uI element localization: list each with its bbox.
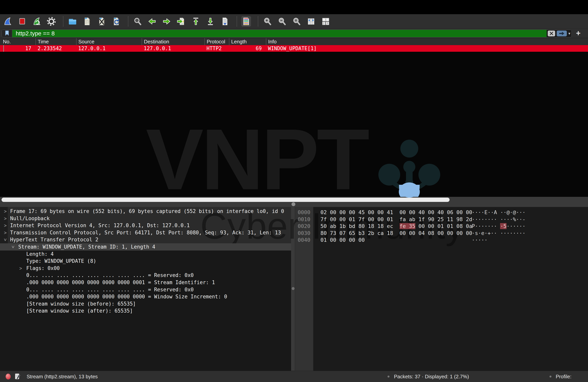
detail-row[interactable]: .000 0000 0000 0000 0000 0000 0000 0000 … [0, 293, 291, 300]
detail-row-text: Stream: WINDOW_UPDATE, Stream ID: 1, Len… [18, 243, 155, 251]
chevron-down-icon[interactable]: > [10, 245, 17, 248]
detail-row[interactable]: 0... .... .... .... .... .... .... .... … [0, 272, 291, 279]
capture-start-button[interactable] [3, 16, 12, 27]
hex-ascii[interactable]: P······· ·5······ [472, 223, 525, 230]
go-next-button[interactable] [162, 16, 171, 27]
status-separator-dot2[interactable] [549, 376, 551, 378]
detail-row-text: [Stream window size (before): 65535] [26, 300, 136, 308]
layout-button[interactable]: 123 [321, 16, 331, 27]
auto-scroll-button[interactable] [220, 16, 230, 27]
detail-row[interactable]: >Transmission Control Protocol, Src Port… [0, 229, 291, 236]
hex-ascii[interactable]: ········ ····%··- [472, 216, 525, 223]
detail-row[interactable]: >Stream: WINDOW_UPDATE, Stream ID: 1, Le… [0, 243, 291, 251]
go-first-button[interactable] [191, 16, 201, 27]
hex-ascii[interactable]: ····· [472, 236, 487, 244]
detail-row[interactable]: Length: 4 [0, 251, 291, 258]
hex-bytes[interactable]: 02 00 00 00 45 00 00 41 00 00 40 00 40 0… [320, 209, 472, 216]
chevron-right-icon[interactable]: > [4, 229, 7, 236]
chevron-right-icon[interactable]: > [4, 208, 7, 215]
go-previous-icon [147, 17, 157, 26]
packet-cell-destination: 127.0.0.1 [142, 45, 205, 52]
detail-row-text: Flags: 0x00 [26, 265, 60, 272]
filter-clear-button[interactable] [548, 31, 555, 36]
resize-columns-button[interactable] [306, 16, 316, 27]
column-header-destination[interactable]: Destination [142, 38, 205, 45]
capture-restart-button[interactable] [32, 16, 42, 27]
chevron-down-icon[interactable]: > [2, 238, 9, 241]
filter-dropdown-chevron[interactable]: ▾ [568, 31, 570, 36]
hex-row[interactable]: 002050 ab 1b bd 80 18 18 ec fe 35 00 00 … [295, 223, 588, 230]
capture-options-button[interactable] [46, 16, 56, 27]
expert-info-icon[interactable] [6, 374, 11, 380]
detail-row[interactable]: [Stream window size (before): 65535] [0, 300, 291, 308]
watermark-title: VNPT [146, 116, 367, 197]
zoom-original-button[interactable] [292, 16, 301, 27]
detail-row[interactable]: [Stream window size (after): 65535] [0, 307, 291, 315]
detail-row[interactable]: >HyperText Transfer Protocol 2 [0, 236, 291, 243]
hex-offset: 0030 [298, 230, 310, 237]
detail-row[interactable]: >Frame 17: 69 bytes on wire (552 bits), … [0, 208, 291, 215]
packet-row[interactable]: 172.233542127.0.0.1127.0.0.1HTTP269WINDO… [0, 45, 588, 52]
go-last-button[interactable] [206, 16, 215, 27]
capture-comment-icon[interactable] [15, 373, 21, 381]
chevron-right-icon[interactable]: > [4, 222, 7, 229]
filter-add-button[interactable]: + [574, 29, 583, 37]
column-header-source[interactable]: Source [76, 38, 142, 45]
capture-stop-button[interactable] [17, 16, 27, 27]
filter-apply-button[interactable] [557, 31, 567, 36]
hex-row[interactable]: 003080 73 07 65 b3 2b ca 18 00 00 04 08 … [295, 230, 588, 237]
detail-row[interactable]: .000 0000 0000 0000 0000 0000 0000 0001 … [0, 279, 291, 286]
detail-row-text: Frame 17: 69 bytes on wire (552 bits), 6… [10, 208, 284, 215]
status-field-info: Stream (http2.stream), 13 bytes [27, 371, 98, 382]
bottom-panes: >Frame 17: 69 bytes on wire (552 bits), … [0, 207, 588, 371]
column-header-time[interactable]: Time [36, 38, 76, 45]
file-save-button[interactable]: 010100110101110 [82, 16, 92, 27]
zoom-in-button[interactable] [262, 16, 272, 27]
detail-row[interactable]: >Internet Protocol Version 4, Src: 127.0… [0, 222, 291, 229]
toolbar-separator [258, 16, 258, 26]
file-save-icon: 010100110101110 [83, 17, 92, 26]
column-header-protocol[interactable]: Protocol [205, 38, 229, 45]
hex-bytes[interactable]: 50 ab 1b bd 80 18 18 ec fe 35 00 00 01 0… [320, 223, 472, 230]
packet-list-body[interactable]: VNPT [0, 52, 588, 197]
go-previous-button[interactable] [147, 16, 157, 27]
hex-ascii[interactable]: ····E··A ··@·@··· [472, 209, 525, 216]
packet-list-header: No.TimeSourceDestinationProtocolLengthIn… [0, 38, 588, 45]
horizontal-scrollbar-thumb[interactable] [1, 198, 450, 202]
file-reload-button[interactable]: 010100110101110 [111, 16, 121, 27]
detail-row-text: Type: WINDOW_UPDATE (8) [26, 257, 96, 265]
display-filter-input[interactable]: http2.type == 8 [12, 30, 546, 37]
detail-row[interactable]: >Flags: 0x00 [0, 265, 291, 272]
hex-bytes[interactable]: 80 73 07 65 b3 2b ca 18 00 00 04 08 00 0… [320, 230, 472, 237]
colorize-button[interactable] [241, 16, 251, 27]
chevron-right-icon[interactable]: > [19, 265, 22, 272]
hex-bytes[interactable]: 7f 00 00 01 7f 00 00 01 fa ab 1f 90 25 1… [320, 216, 472, 223]
detail-row-text: 0... .... .... .... .... .... .... .... … [26, 272, 194, 279]
svg-text:3: 3 [327, 22, 328, 25]
vertical-splitter-handle[interactable] [292, 287, 294, 290]
zoom-out-button[interactable] [277, 16, 287, 27]
detail-row[interactable]: 0... .... .... .... .... .... .... .... … [0, 286, 291, 293]
hex-bytes[interactable]: 01 00 00 00 00 [320, 236, 365, 244]
go-to-packet-button[interactable] [176, 16, 186, 27]
chevron-right-icon[interactable]: > [4, 215, 7, 222]
hex-dump-pane[interactable]: 000002 00 00 00 45 00 00 41 00 00 40 00 … [295, 207, 588, 371]
packet-detail-pane[interactable]: >Frame 17: 69 bytes on wire (552 bits), … [0, 207, 291, 371]
filter-bookmark-button[interactable] [2, 30, 12, 37]
status-profile[interactable]: Profile: Default [556, 371, 588, 382]
status-separator-dot[interactable] [388, 376, 389, 378]
file-open-button[interactable] [68, 16, 77, 27]
hex-row[interactable]: 004001 00 00 00 00····· [295, 236, 588, 244]
detail-row[interactable]: Type: WINDOW_UPDATE (8) [0, 257, 291, 265]
detail-row[interactable]: >Null/Loopback [0, 215, 291, 222]
pane-splitter-handle[interactable] [292, 202, 295, 206]
column-header-info[interactable]: Info [266, 38, 588, 45]
find-packet-button[interactable] [133, 16, 142, 27]
column-header-no[interactable]: No. [0, 38, 36, 45]
file-close-button[interactable]: 010100110101110 [97, 16, 106, 27]
column-header-length[interactable]: Length [229, 38, 266, 45]
hex-ascii[interactable]: ·s·e·+·· ········ [472, 230, 525, 237]
hex-row[interactable]: 000002 00 00 00 45 00 00 41 00 00 40 00 … [295, 209, 588, 216]
vertical-splitter[interactable] [291, 207, 295, 371]
hex-row[interactable]: 00107f 00 00 01 7f 00 00 01 fa ab 1f 90 … [295, 216, 588, 223]
